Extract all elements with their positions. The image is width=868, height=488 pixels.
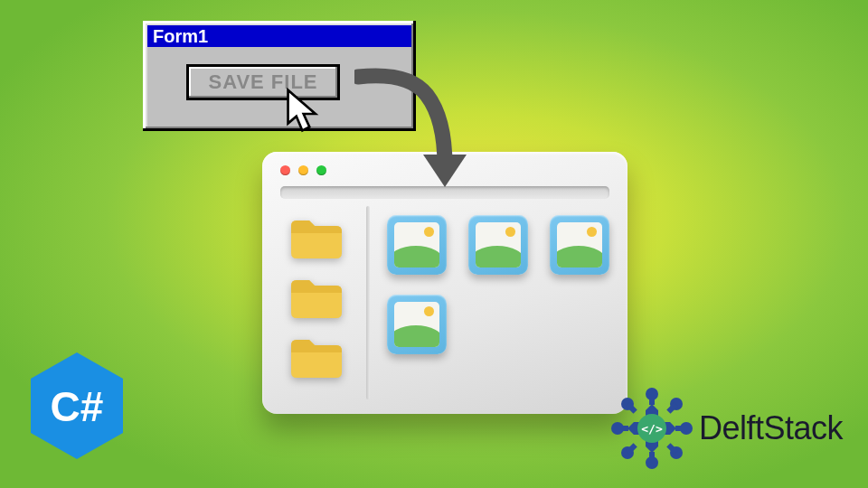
- folder-icon[interactable]: [288, 275, 344, 320]
- form1-title-text: Form1: [153, 26, 208, 46]
- csharp-logo-icon: C#: [27, 351, 127, 461]
- delftstack-logo: </> DelftStack: [610, 387, 843, 470]
- image-file-icon[interactable]: [387, 215, 447, 275]
- arrow-icon: [354, 68, 472, 203]
- form1-titlebar: Form1: [147, 25, 411, 47]
- maximize-icon[interactable]: [316, 165, 326, 175]
- delftstack-brand-text: DelftStack: [699, 409, 843, 447]
- image-file-icon[interactable]: [387, 295, 447, 354]
- window-controls: [280, 165, 326, 175]
- folder-icon[interactable]: [288, 215, 344, 260]
- folder-icon[interactable]: [288, 334, 344, 380]
- minimize-icon[interactable]: [298, 165, 308, 175]
- image-file-icon[interactable]: [468, 215, 528, 275]
- cursor-icon: [285, 88, 325, 140]
- image-file-icon[interactable]: [550, 215, 609, 275]
- sidebar-divider: [366, 206, 370, 399]
- sidebar-folders: [288, 215, 344, 380]
- file-grid: [387, 215, 609, 354]
- svg-text:</>: </>: [641, 422, 663, 436]
- delftstack-emblem-icon: </>: [610, 387, 693, 470]
- close-icon[interactable]: [280, 165, 290, 175]
- csharp-label: C#: [51, 383, 104, 430]
